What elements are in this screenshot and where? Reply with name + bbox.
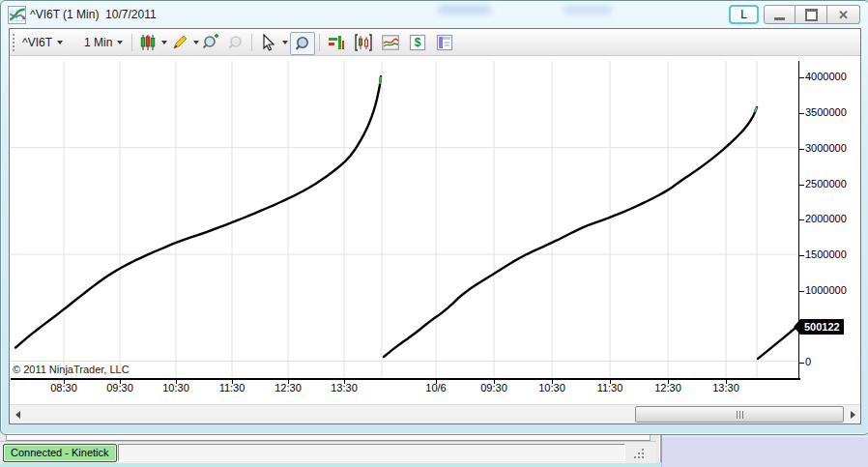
pointer-button[interactable] [257,32,291,53]
crosshair-zoom-button[interactable] [290,32,315,55]
y-tick-mark [799,219,804,220]
toolbar-separator [319,34,320,51]
pencil-icon [171,34,188,51]
instrument-dropdown[interactable]: ^VI6T [19,32,66,53]
toolbar-grip-icon[interactable] [13,34,17,51]
candlestick-icon [139,34,157,51]
x-tick-mark [120,380,121,384]
y-axis-label: 2500000 [805,178,847,190]
drawing-tools-button[interactable] [168,32,202,53]
chevron-down-icon [57,41,63,44]
market-depth-icon [328,34,345,51]
thumb-grip-icon [736,411,744,419]
interval-label: 1 Min [84,36,112,49]
control-center-statusbar: Connected - Kinetick [0,441,656,463]
y-tick-mark [799,363,804,364]
link-button[interactable]: L [729,5,759,24]
chevron-down-icon [117,41,123,44]
scrollbar-thumb[interactable] [635,406,844,423]
data-box-button[interactable] [433,32,456,53]
toolbar-separator [251,34,252,51]
volume-curve [758,326,798,359]
svg-text:$: $ [415,36,421,49]
x-tick-mark [288,380,289,384]
curve-tip [380,76,381,84]
y-axis-label: 1500000 [805,248,847,260]
y-axis-label: 1000000 [805,284,847,296]
scroll-right-button[interactable] [845,405,860,424]
instrument-label: ^VI6T [22,36,52,49]
chart-trader-icon [355,34,372,51]
scroll-left-button[interactable] [10,405,25,424]
statusbar-message-field [118,444,625,461]
x-tick-mark [436,380,437,384]
last-price-marker: 500122 [800,319,844,335]
x-tick-mark [344,380,345,384]
chart-plot[interactable] [11,61,800,378]
y-tick-mark [799,185,804,186]
zoom-in-button[interactable] [199,32,222,53]
volume-curve [384,107,757,357]
y-axis-label: 3000000 [805,142,847,154]
x-axis[interactable] [11,378,800,380]
desktop: Connected - Kinetick ^VI6T (1 Min) 10/7/… [0,0,868,467]
minimize-icon [774,17,785,20]
chevron-down-icon [161,41,167,44]
chart-style-button[interactable] [136,32,170,53]
volume-curve [15,76,381,347]
interval-dropdown[interactable]: 1 Min [81,32,126,53]
x-tick-mark [726,380,727,384]
y-tick-mark [799,255,804,256]
cursor-icon [260,34,277,51]
connection-status-badge: Connected - Kinetick [3,444,117,462]
copyright-text: © 2011 NinjaTrader, LLC [13,364,130,375]
y-axis-label: 0 [805,356,811,367]
y-axis-label: 4000000 [805,71,847,82]
chart-window-content: ^VI6T 1 Min [9,28,861,424]
background-window [661,436,868,467]
y-tick-mark [799,113,804,114]
arrow-right-icon [851,411,855,419]
market-depth-button[interactable] [325,32,348,53]
x-tick-mark [552,380,553,384]
zoom-in-icon [202,34,219,51]
chart-window: ^VI6T (1 Min) 10/7/2011 L ✕ ^VI6T 1 Min [0,0,868,435]
x-tick-mark [232,380,233,384]
chart-trader-button[interactable] [352,32,375,53]
toolbar-separator [131,34,132,51]
y-axis-label: 3500000 [805,106,847,118]
close-button[interactable]: ✕ [827,5,860,24]
chart-toolbar: ^VI6T 1 Min [10,29,860,56]
restore-button[interactable] [796,5,827,24]
restore-icon [805,9,818,21]
x-tick-mark [64,380,65,384]
titlebar-glare [438,5,491,15]
chart-app-icon [8,6,26,24]
titlebar[interactable]: ^VI6T (1 Min) 10/7/2011 L ✕ [1,1,868,28]
x-tick-mark [176,380,177,384]
y-tick-mark [799,77,804,78]
minimize-button[interactable] [764,5,796,24]
x-tick-mark [610,380,611,384]
magnifier-icon [294,35,311,52]
indicators-icon [382,34,399,51]
horizontal-scrollbar[interactable] [10,404,860,424]
y-tick-mark [799,291,804,292]
indicators-button[interactable] [379,32,402,53]
resize-grip-icon[interactable] [633,448,645,459]
arrow-left-icon [15,411,20,419]
zoom-out-icon [227,34,245,51]
zoom-out-button [224,32,247,53]
titlebar-glare [564,5,612,15]
y-axis-label: 2000000 [805,213,847,224]
account-dollar-button[interactable]: $ [406,32,429,53]
chevron-down-icon [282,41,288,44]
control-center-window: Connected - Kinetick [0,433,662,462]
x-tick-mark [668,380,669,384]
close-icon: ✕ [838,8,849,22]
window-title: ^VI6T (1 Min) 10/7/2011 [30,8,157,21]
data-box-icon [436,34,453,51]
y-tick-mark [799,149,804,150]
dollar-icon: $ [409,34,426,51]
x-tick-mark [494,380,495,384]
